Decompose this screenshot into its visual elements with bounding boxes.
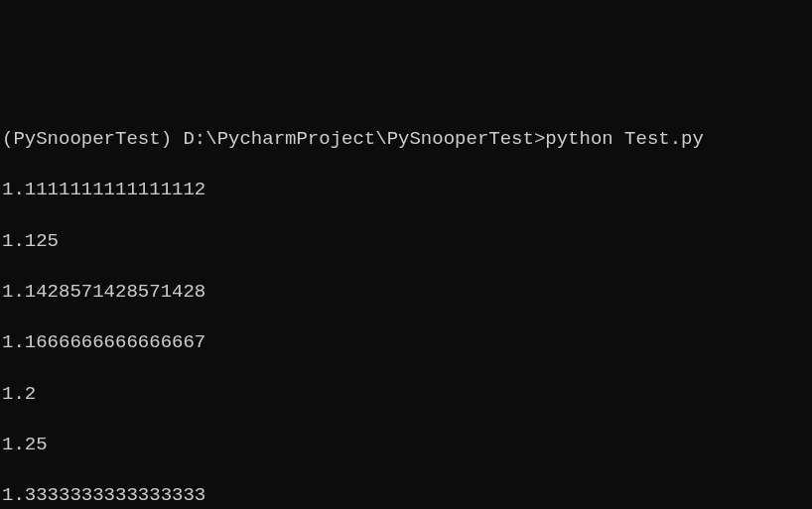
output-line: 1.1111111111111112 <box>2 178 810 203</box>
output-line: 1.1428571428571428 <box>2 280 810 306</box>
output-line: 1.3333333333333333 <box>2 483 810 509</box>
output-line: 1.2 <box>2 382 810 408</box>
command-prompt: (PySnooperTest) D:\PycharmProject\PySnoo… <box>2 127 810 153</box>
output-line: 1.25 <box>2 433 810 458</box>
prompt-text: (PySnooperTest) D:\PycharmProject\PySnoo… <box>2 128 704 150</box>
output-line: 1.125 <box>2 229 810 255</box>
output-line: 1.1666666666666667 <box>2 330 810 356</box>
terminal-output: (PySnooperTest) D:\PycharmProject\PySnoo… <box>0 102 812 509</box>
